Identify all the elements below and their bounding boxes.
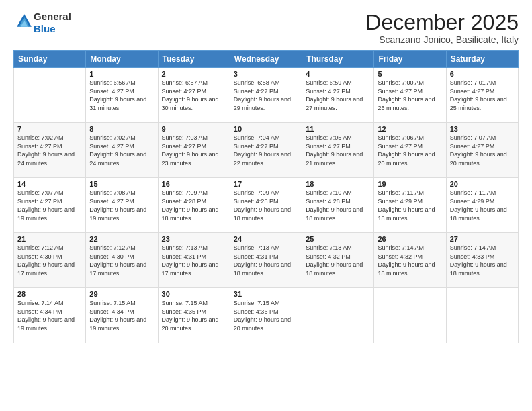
- title-block: December 2025 Scanzano Jonico, Basilicat…: [365, 11, 519, 45]
- day-info: Sunrise: 7:14 AMSunset: 4:32 PMDaylight:…: [378, 244, 442, 277]
- calendar-cell: 28Sunrise: 7:14 AMSunset: 4:34 PMDayligh…: [14, 288, 86, 343]
- calendar-cell: 6Sunrise: 7:01 AMSunset: 4:27 PMDaylight…: [446, 68, 518, 123]
- page: General Blue December 2025 Scanzano Joni…: [0, 0, 532, 411]
- day-info: Sunrise: 6:56 AMSunset: 4:27 PMDaylight:…: [89, 79, 154, 112]
- day-header-tuesday: Tuesday: [158, 51, 230, 68]
- day-number: 19: [378, 180, 442, 188]
- day-info: Sunrise: 7:11 AMSunset: 4:29 PMDaylight:…: [450, 189, 515, 222]
- calendar-cell: 18Sunrise: 7:10 AMSunset: 4:28 PMDayligh…: [302, 178, 374, 233]
- calendar-cell: 17Sunrise: 7:09 AMSunset: 4:28 PMDayligh…: [230, 178, 302, 233]
- day-number: 2: [162, 70, 226, 78]
- day-number: 3: [234, 70, 298, 78]
- calendar-header-row: SundayMondayTuesdayWednesdayThursdayFrid…: [14, 51, 519, 68]
- calendar-cell: [446, 288, 518, 343]
- calendar-cell: [14, 68, 86, 123]
- day-info: Sunrise: 7:09 AMSunset: 4:28 PMDaylight:…: [162, 189, 226, 222]
- day-info: Sunrise: 7:03 AMSunset: 4:27 PMDaylight:…: [162, 134, 226, 167]
- calendar-week-row: 28Sunrise: 7:14 AMSunset: 4:34 PMDayligh…: [14, 288, 519, 343]
- calendar-cell: 30Sunrise: 7:15 AMSunset: 4:35 PMDayligh…: [158, 288, 230, 343]
- logo-icon: [15, 12, 34, 31]
- calendar-cell: 29Sunrise: 7:15 AMSunset: 4:34 PMDayligh…: [86, 288, 158, 343]
- calendar-cell: 13Sunrise: 7:07 AMSunset: 4:27 PMDayligh…: [446, 123, 518, 178]
- calendar-cell: 20Sunrise: 7:11 AMSunset: 4:29 PMDayligh…: [446, 178, 518, 233]
- calendar-cell: 14Sunrise: 7:07 AMSunset: 4:27 PMDayligh…: [14, 178, 86, 233]
- day-info: Sunrise: 7:01 AMSunset: 4:27 PMDaylight:…: [450, 79, 515, 112]
- calendar-cell: 10Sunrise: 7:04 AMSunset: 4:27 PMDayligh…: [230, 123, 302, 178]
- day-number: 24: [234, 235, 298, 243]
- calendar-cell: 19Sunrise: 7:11 AMSunset: 4:29 PMDayligh…: [374, 178, 446, 233]
- day-info: Sunrise: 7:09 AMSunset: 4:28 PMDaylight:…: [234, 189, 298, 222]
- header: General Blue December 2025 Scanzano Joni…: [13, 11, 519, 45]
- day-number: 14: [17, 180, 82, 188]
- day-number: 1: [89, 70, 154, 78]
- day-header-saturday: Saturday: [446, 51, 518, 68]
- day-number: 6: [450, 70, 515, 78]
- day-number: 10: [234, 125, 298, 133]
- calendar-cell: 24Sunrise: 7:13 AMSunset: 4:31 PMDayligh…: [230, 233, 302, 288]
- day-info: Sunrise: 7:06 AMSunset: 4:27 PMDaylight:…: [378, 134, 442, 167]
- calendar-cell: 8Sunrise: 7:02 AMSunset: 4:27 PMDaylight…: [86, 123, 158, 178]
- day-info: Sunrise: 7:05 AMSunset: 4:27 PMDaylight:…: [306, 134, 370, 167]
- location: Scanzano Jonico, Basilicate, Italy: [365, 34, 519, 45]
- logo-general: General: [34, 11, 71, 22]
- calendar-cell: [302, 288, 374, 343]
- day-number: 15: [89, 180, 154, 188]
- day-number: 30: [162, 290, 226, 298]
- day-info: Sunrise: 7:13 AMSunset: 4:31 PMDaylight:…: [162, 244, 226, 277]
- day-number: 31: [234, 290, 298, 298]
- calendar-cell: 5Sunrise: 7:00 AMSunset: 4:27 PMDaylight…: [374, 68, 446, 123]
- day-info: Sunrise: 7:02 AMSunset: 4:27 PMDaylight:…: [17, 134, 82, 167]
- day-number: 25: [306, 235, 370, 243]
- day-info: Sunrise: 7:00 AMSunset: 4:27 PMDaylight:…: [378, 79, 442, 112]
- day-number: 18: [306, 180, 370, 188]
- day-info: Sunrise: 7:02 AMSunset: 4:27 PMDaylight:…: [89, 134, 154, 167]
- day-number: 21: [17, 235, 82, 243]
- logo-blue: Blue: [34, 23, 56, 34]
- day-info: Sunrise: 7:15 AMSunset: 4:34 PMDaylight:…: [89, 299, 154, 332]
- logo: General Blue: [13, 11, 71, 35]
- calendar-cell: 9Sunrise: 7:03 AMSunset: 4:27 PMDaylight…: [158, 123, 230, 178]
- day-number: 9: [162, 125, 226, 133]
- day-header-wednesday: Wednesday: [230, 51, 302, 68]
- calendar-table: SundayMondayTuesdayWednesdayThursdayFrid…: [13, 50, 519, 343]
- day-info: Sunrise: 7:15 AMSunset: 4:35 PMDaylight:…: [162, 299, 226, 332]
- day-info: Sunrise: 7:12 AMSunset: 4:30 PMDaylight:…: [17, 244, 82, 277]
- day-number: 4: [306, 70, 370, 78]
- day-number: 20: [450, 180, 515, 188]
- day-info: Sunrise: 7:14 AMSunset: 4:34 PMDaylight:…: [17, 299, 82, 332]
- day-info: Sunrise: 7:04 AMSunset: 4:27 PMDaylight:…: [234, 134, 298, 167]
- logo-text: General Blue: [34, 11, 71, 35]
- calendar-cell: 4Sunrise: 6:59 AMSunset: 4:27 PMDaylight…: [302, 68, 374, 123]
- month-title: December 2025: [365, 11, 519, 34]
- calendar-week-row: 14Sunrise: 7:07 AMSunset: 4:27 PMDayligh…: [14, 178, 519, 233]
- calendar-cell: 27Sunrise: 7:14 AMSunset: 4:33 PMDayligh…: [446, 233, 518, 288]
- calendar-week-row: 21Sunrise: 7:12 AMSunset: 4:30 PMDayligh…: [14, 233, 519, 288]
- day-number: 22: [89, 235, 154, 243]
- day-info: Sunrise: 7:08 AMSunset: 4:27 PMDaylight:…: [89, 189, 154, 222]
- day-number: 27: [450, 235, 515, 243]
- day-info: Sunrise: 6:57 AMSunset: 4:27 PMDaylight:…: [162, 79, 226, 112]
- day-number: 8: [89, 125, 154, 133]
- day-info: Sunrise: 7:07 AMSunset: 4:27 PMDaylight:…: [17, 189, 82, 222]
- day-info: Sunrise: 7:10 AMSunset: 4:28 PMDaylight:…: [306, 189, 370, 222]
- day-info: Sunrise: 6:59 AMSunset: 4:27 PMDaylight:…: [306, 79, 370, 112]
- calendar-cell: 22Sunrise: 7:12 AMSunset: 4:30 PMDayligh…: [86, 233, 158, 288]
- calendar-cell: 31Sunrise: 7:15 AMSunset: 4:36 PMDayligh…: [230, 288, 302, 343]
- calendar-cell: [374, 288, 446, 343]
- calendar-week-row: 1Sunrise: 6:56 AMSunset: 4:27 PMDaylight…: [14, 68, 519, 123]
- calendar-cell: 15Sunrise: 7:08 AMSunset: 4:27 PMDayligh…: [86, 178, 158, 233]
- calendar-cell: 2Sunrise: 6:57 AMSunset: 4:27 PMDaylight…: [158, 68, 230, 123]
- calendar-cell: 3Sunrise: 6:58 AMSunset: 4:27 PMDaylight…: [230, 68, 302, 123]
- day-number: 29: [89, 290, 154, 298]
- day-number: 13: [450, 125, 515, 133]
- calendar-cell: 16Sunrise: 7:09 AMSunset: 4:28 PMDayligh…: [158, 178, 230, 233]
- calendar-cell: 11Sunrise: 7:05 AMSunset: 4:27 PMDayligh…: [302, 123, 374, 178]
- calendar-cell: 21Sunrise: 7:12 AMSunset: 4:30 PMDayligh…: [14, 233, 86, 288]
- day-number: 11: [306, 125, 370, 133]
- calendar-cell: 12Sunrise: 7:06 AMSunset: 4:27 PMDayligh…: [374, 123, 446, 178]
- day-header-friday: Friday: [374, 51, 446, 68]
- day-number: 12: [378, 125, 442, 133]
- day-header-thursday: Thursday: [302, 51, 374, 68]
- day-number: 17: [234, 180, 298, 188]
- day-number: 26: [378, 235, 442, 243]
